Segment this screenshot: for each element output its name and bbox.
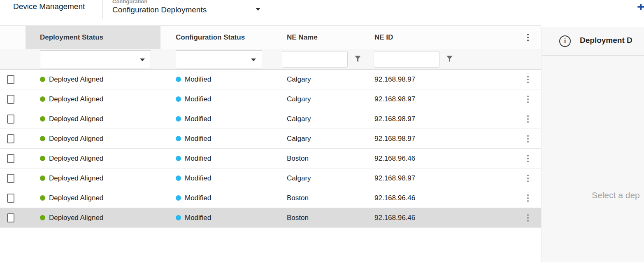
ne-name-value: Calgary bbox=[287, 135, 311, 143]
ne-id-value: 92.168.98.97 bbox=[374, 75, 415, 84]
panel-empty-message: Select a dep bbox=[592, 190, 640, 200]
modified-status-icon bbox=[176, 195, 181, 201]
modified-status-icon bbox=[176, 136, 181, 141]
filter-funnel-icon[interactable] bbox=[355, 56, 361, 63]
context-selector-label: Configuration bbox=[112, 0, 147, 5]
modified-status-icon bbox=[176, 215, 181, 220]
ne-id-value: 92.168.96.46 bbox=[374, 214, 415, 222]
panel-title: Deployment D bbox=[580, 36, 632, 45]
modified-status-icon bbox=[176, 77, 181, 82]
deployed-aligned-status-icon bbox=[40, 195, 45, 201]
row-checkbox[interactable] bbox=[7, 134, 14, 143]
deployed-aligned-status-icon bbox=[40, 96, 45, 102]
ne-name-value: Calgary bbox=[287, 75, 311, 84]
panel-header: i Deployment D bbox=[542, 27, 644, 56]
divider bbox=[102, 0, 102, 19]
modified-status-icon bbox=[176, 175, 181, 181]
row-checkbox[interactable] bbox=[7, 213, 14, 222]
row-actions-kebab-icon[interactable] bbox=[525, 193, 531, 204]
column-header-deployment-status[interactable]: Deployment Status bbox=[26, 26, 160, 49]
ne-id-value: 92.168.98.97 bbox=[374, 174, 415, 182]
top-bar: Device Management Configuration Configur… bbox=[0, 0, 644, 26]
ne-id-value: 92.168.98.97 bbox=[374, 95, 415, 103]
row-actions-kebab-icon[interactable] bbox=[525, 153, 531, 164]
row-checkbox[interactable] bbox=[7, 154, 14, 163]
deployment-status-filter-select[interactable] bbox=[40, 50, 151, 68]
chevron-down-icon[interactable] bbox=[256, 8, 260, 11]
table-row[interactable]: Deployed Aligned Modified Calgary 92.168… bbox=[0, 168, 541, 188]
ne-name-value: Boston bbox=[287, 194, 309, 202]
deployed-aligned-status-icon bbox=[40, 77, 45, 82]
ne-id-value: 92.168.96.46 bbox=[374, 154, 415, 163]
row-actions-kebab-icon[interactable] bbox=[525, 133, 531, 144]
deployed-aligned-status-icon bbox=[40, 175, 45, 181]
modified-status-icon bbox=[176, 116, 181, 122]
row-checkbox[interactable] bbox=[7, 174, 14, 183]
column-header-ne-id[interactable]: NE ID bbox=[364, 26, 479, 49]
table-row[interactable]: Deployed Aligned Modified Calgary 92.168… bbox=[0, 109, 541, 129]
chevron-down-icon bbox=[140, 58, 145, 61]
chevron-down-icon bbox=[251, 58, 256, 61]
ne-id-value: 92.168.98.97 bbox=[374, 135, 415, 143]
ne-id-filter-input[interactable] bbox=[374, 51, 439, 68]
page-title: Device Management bbox=[13, 2, 85, 11]
row-checkbox[interactable] bbox=[7, 75, 14, 84]
ne-name-value: Calgary bbox=[287, 115, 311, 123]
table-row[interactable]: Deployed Aligned Modified Calgary 92.168… bbox=[0, 70, 541, 89]
modified-status-icon bbox=[176, 96, 181, 102]
column-header-configuration-status[interactable]: Configuration Status bbox=[160, 26, 272, 49]
context-selector[interactable]: Configuration Deployments bbox=[112, 5, 207, 14]
deployed-aligned-status-icon bbox=[40, 156, 45, 161]
ne-id-value: 92.168.96.46 bbox=[374, 194, 415, 202]
row-checkbox[interactable] bbox=[7, 95, 14, 104]
row-actions-kebab-icon[interactable] bbox=[525, 114, 531, 124]
table-row-selected[interactable]: Deployed Aligned Modified Boston 92.168.… bbox=[0, 208, 541, 228]
deployment-details-panel: i Deployment D Select a dep bbox=[542, 27, 644, 262]
row-checkbox[interactable] bbox=[7, 194, 14, 203]
deployed-aligned-status-icon bbox=[40, 136, 45, 141]
header-select-cell bbox=[0, 26, 26, 49]
table-row[interactable]: Deployed Aligned Modified Boston 92.168.… bbox=[0, 149, 541, 168]
row-checkbox[interactable] bbox=[7, 115, 14, 124]
ne-name-value: Boston bbox=[287, 154, 309, 163]
table-row[interactable]: Deployed Aligned Modified Boston 92.168.… bbox=[0, 188, 541, 208]
row-actions-kebab-icon[interactable] bbox=[525, 94, 531, 105]
deployed-aligned-status-icon bbox=[40, 116, 45, 122]
row-actions-kebab-icon[interactable] bbox=[525, 173, 531, 184]
add-deployment-button[interactable]: + bbox=[637, 0, 644, 14]
deployments-table: Deployment Status Configuration Status N… bbox=[0, 26, 541, 228]
row-actions-kebab-icon[interactable] bbox=[525, 74, 531, 85]
table-row[interactable]: Deployed Aligned Modified Calgary 92.168… bbox=[0, 89, 541, 109]
configuration-status-filter-select[interactable] bbox=[176, 50, 262, 68]
ne-name-value: Calgary bbox=[287, 95, 311, 103]
table-header-row: Deployment Status Configuration Status N… bbox=[0, 26, 541, 49]
ne-name-filter-input[interactable] bbox=[282, 51, 348, 68]
deployed-aligned-status-icon bbox=[40, 215, 45, 220]
ne-name-value: Boston bbox=[287, 214, 309, 222]
ne-name-value: Calgary bbox=[287, 174, 311, 182]
table-row[interactable]: Deployed Aligned Modified Calgary 92.168… bbox=[0, 129, 541, 149]
modified-status-icon bbox=[176, 156, 181, 161]
table-filter-row bbox=[0, 49, 541, 70]
row-actions-kebab-icon[interactable] bbox=[525, 213, 531, 223]
ne-id-value: 92.168.98.97 bbox=[374, 115, 415, 123]
table-settings-kebab-icon[interactable] bbox=[525, 32, 531, 43]
info-icon: i bbox=[559, 35, 571, 47]
column-header-ne-name[interactable]: NE Name bbox=[272, 26, 364, 49]
filter-funnel-icon[interactable] bbox=[446, 56, 453, 63]
